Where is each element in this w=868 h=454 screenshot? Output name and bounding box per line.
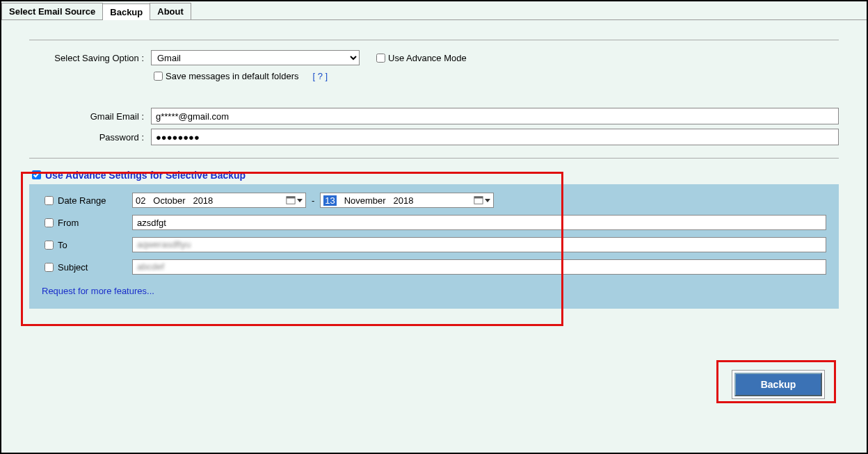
save-default-label: Save messages in default folders [166, 71, 299, 81]
from-label: From [58, 218, 79, 228]
tab-backup[interactable]: Backup [102, 3, 150, 20]
svg-marker-5 [485, 199, 490, 202]
subject-row: Subject abcdef [42, 259, 826, 275]
date-range-checkbox-input[interactable] [45, 196, 54, 205]
advance-mode-label: Use Advance Mode [388, 53, 467, 63]
backup-button-frame: Backup [732, 370, 825, 399]
date-from-day: 02 [136, 195, 145, 206]
subject-value-blur: abcdef [137, 261, 164, 272]
to-checkbox-input[interactable] [45, 241, 54, 250]
date-to-day: 13 [323, 195, 336, 206]
svg-rect-1 [287, 197, 295, 199]
subject-checkbox-input[interactable] [45, 263, 54, 272]
request-features-link[interactable]: Request for more features... [42, 286, 154, 296]
to-value-blur: aqwerasdftyu [137, 239, 191, 250]
date-to-picker[interactable]: 13 November 2018 [320, 193, 494, 208]
date-separator: - [312, 195, 314, 206]
divider [29, 158, 839, 159]
tab-select-email-source[interactable]: Select Email Source [1, 3, 103, 19]
backup-button-area: Backup [732, 370, 825, 399]
password-value: ●●●●●●●● [156, 132, 200, 143]
to-checkbox[interactable]: To [42, 238, 132, 252]
date-to-month: November [344, 195, 386, 206]
date-from-month: October [153, 195, 185, 206]
save-default-checkbox-input[interactable] [154, 72, 163, 81]
from-input[interactable] [132, 215, 826, 230]
saving-option-label: Select Saving Option : [29, 53, 151, 63]
email-label: Gmail Email : [29, 111, 151, 122]
date-range-row: Date Range 02 October 2018 - [42, 193, 826, 208]
advance-settings-panel: Date Range 02 October 2018 - [29, 184, 839, 309]
app-window: Select Email Source Backup About Select … [0, 0, 868, 454]
password-label: Password : [29, 132, 151, 143]
backup-button[interactable]: Backup [734, 373, 822, 396]
date-to-year: 2018 [393, 195, 413, 206]
email-input[interactable] [151, 108, 839, 124]
save-default-row: Save messages in default folders [ ? ] [29, 70, 839, 83]
tab-bar: Select Email Source Backup About [1, 1, 867, 20]
to-label: To [58, 240, 67, 250]
saving-option-select[interactable]: Gmail [151, 50, 360, 65]
date-from-picker[interactable]: 02 October 2018 [132, 193, 306, 208]
tab-about[interactable]: About [150, 3, 191, 19]
advance-settings-checkbox[interactable] [32, 170, 41, 179]
from-checkbox-input[interactable] [45, 218, 54, 227]
advance-mode-checkbox[interactable]: Use Advance Mode [373, 51, 467, 65]
saving-option-row: Select Saving Option : Gmail Use Advance… [29, 50, 839, 65]
advance-mode-checkbox-input[interactable] [376, 54, 385, 63]
date-range-checkbox[interactable]: Date Range [42, 194, 132, 207]
date-from-year: 2018 [193, 195, 213, 206]
backup-panel: Select Saving Option : Gmail Use Advance… [1, 20, 867, 316]
from-row: From [42, 215, 826, 230]
subject-label: Subject [58, 262, 88, 273]
to-row: To aqwerasdftyu [42, 237, 826, 252]
password-row: Password : ●●●●●●●● [29, 129, 839, 145]
advance-settings-label: Use Advance Settings for Selective Backu… [45, 170, 246, 181]
date-range-label: Date Range [58, 195, 106, 206]
to-input[interactable]: aqwerasdftyu [132, 237, 826, 252]
subject-input[interactable]: abcdef [132, 259, 826, 275]
svg-rect-4 [474, 197, 483, 199]
save-default-checkbox[interactable]: Save messages in default folders [151, 70, 299, 83]
subject-checkbox[interactable]: Subject [42, 261, 132, 274]
help-link[interactable]: [ ? ] [313, 71, 328, 81]
email-row: Gmail Email : [29, 108, 839, 124]
calendar-icon[interactable] [286, 195, 303, 205]
password-input[interactable]: ●●●●●●●● [151, 129, 839, 145]
divider [29, 40, 839, 40]
advance-settings-header[interactable]: Use Advance Settings for Selective Backu… [29, 168, 839, 181]
from-checkbox[interactable]: From [42, 216, 132, 229]
svg-marker-2 [297, 199, 303, 202]
calendar-icon[interactable] [474, 195, 490, 205]
